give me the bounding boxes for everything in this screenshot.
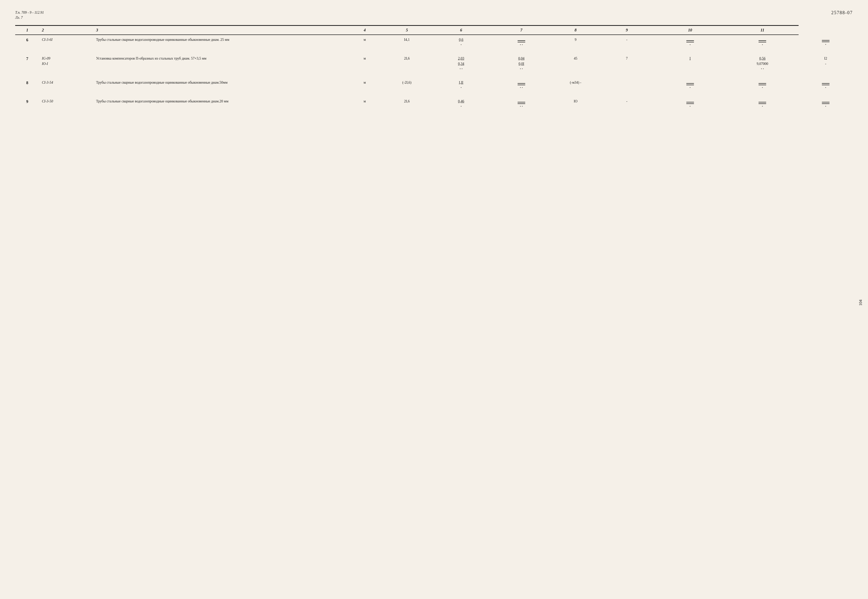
row-code: СI-3-6I	[39, 35, 93, 49]
title-line1: Т.п. 709 - 9 - 112.91	[15, 10, 44, 15]
row-unit: м	[347, 96, 383, 110]
row-col10: •	[726, 96, 798, 110]
row-col6: ••	[491, 78, 551, 92]
row-description: Трубы стальные сварные водогазопроводные…	[93, 78, 347, 92]
row-col10: 0,569,07000••	[726, 54, 798, 73]
row-spacer	[15, 92, 853, 96]
col-header-9: 9	[600, 26, 654, 35]
row-spacer	[15, 49, 853, 54]
row-spacer	[15, 73, 853, 78]
row-number: 9	[15, 96, 39, 110]
row-code: CI-3-54	[39, 78, 93, 92]
row-col7: 9	[551, 35, 600, 49]
row-unit: м	[347, 35, 383, 49]
row-col4: (-2I,6)	[383, 78, 431, 92]
row-description: Трубы стальные сварные водогазопроводные…	[93, 35, 347, 49]
table-header-row: 1 2 3 4 5 6 7 8 9 10 11	[15, 26, 853, 35]
row-col10: •	[726, 35, 798, 49]
row-unit: м	[347, 78, 383, 92]
row-col6: ••	[491, 96, 551, 110]
row-col6: 0,040,0I••	[491, 54, 551, 73]
col-header-4: 4	[347, 26, 383, 35]
row-code: IG-09 IO-I	[39, 54, 93, 73]
row-col8: 7	[600, 54, 654, 73]
col-header-10: 10	[654, 26, 726, 35]
row-description: Установка компенсаторов П-образных из ст…	[93, 54, 347, 73]
row-col4: 2I,6	[383, 54, 431, 73]
row-number: 6	[15, 35, 39, 49]
row-col5: 0,6•	[431, 35, 491, 49]
row-number: 7	[15, 54, 39, 73]
doc-number: 25788-07	[831, 10, 853, 15]
row-col11: •	[799, 78, 853, 92]
row-code: CI-3-50	[39, 96, 93, 110]
row-col5: I,II•	[431, 78, 491, 92]
row-description: Трубы стальные сварные водогазопроводные…	[93, 96, 347, 110]
page-header: Т.п. 709 - 9 - 112.91 Лл. 7 25788-07	[15, 10, 853, 20]
main-table: 1 2 3 4 5 6 7 8 9 10 11 6СI-3-6IТрубы ст…	[15, 25, 853, 115]
row-col7: IO	[551, 96, 600, 110]
col-header-1: 1	[15, 26, 39, 35]
page-number: 104	[858, 300, 863, 306]
row-unit: м	[347, 54, 383, 73]
col-header-5: 5	[383, 26, 431, 35]
row-col11: •	[799, 35, 853, 49]
row-col9: •	[654, 96, 726, 110]
row-col8	[600, 78, 654, 92]
row-number: 8	[15, 78, 39, 92]
row-col8: -	[600, 96, 654, 110]
row-col5: 2,030,34••	[431, 54, 491, 73]
row-col9: •	[654, 78, 726, 92]
row-col10: •	[726, 78, 798, 92]
row-col11: I2-	[799, 54, 853, 73]
row-col9: •	[654, 35, 726, 49]
table-row: 7IG-09 IO-IУстановка компенсаторов П-обр…	[15, 54, 853, 73]
table-row: 6СI-3-6IТрубы стальные сварные водогазоп…	[15, 35, 853, 49]
col-header-8: 8	[551, 26, 600, 35]
col-header-3: 3	[93, 26, 347, 35]
row-spacer	[15, 110, 853, 115]
row-col4: I4,1	[383, 35, 431, 49]
col-header-11: 11	[726, 26, 798, 35]
col-header-2: 2	[39, 26, 93, 35]
row-col8: -	[600, 35, 654, 49]
row-col7: (-м34) -	[551, 78, 600, 92]
col-header-6: 6	[431, 26, 491, 35]
row-col5: 0,46•	[431, 96, 491, 110]
row-col4: 2I,6	[383, 96, 431, 110]
title-line2: Лл. 7	[15, 15, 44, 20]
col-header-7: 7	[491, 26, 551, 35]
row-col9: I	[654, 54, 726, 73]
row-col6: ••	[491, 35, 551, 49]
row-col7: 45	[551, 54, 600, 73]
table-row: 8CI-3-54Трубы стальные сварные водогазоп…	[15, 78, 853, 92]
row-col11: •	[799, 96, 853, 110]
table-row: 9CI-3-50Трубы стальные сварные водогазоп…	[15, 96, 853, 110]
top-left-label: Т.п. 709 - 9 - 112.91 Лл. 7	[15, 10, 44, 20]
